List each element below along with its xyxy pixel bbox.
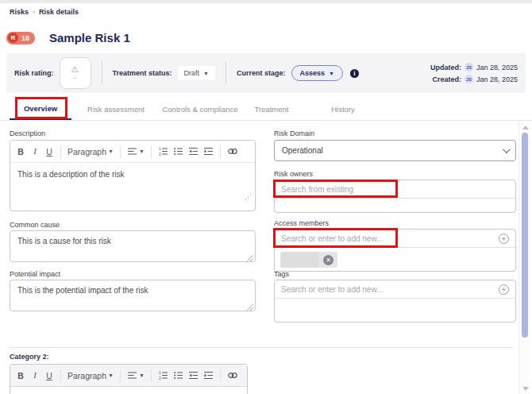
ordered-list-button[interactable]: 12 [156,368,171,384]
add-member-icon[interactable]: + [499,234,509,244]
risk-owners-search-input[interactable] [281,185,509,194]
risk-domain-value: Operational [282,146,323,155]
outdent-icon [188,370,199,380]
info-icon[interactable]: i [350,69,359,78]
tab-history[interactable]: History [303,98,383,120]
bold-glyph: B [17,147,24,156]
tags-search-input[interactable] [281,285,499,294]
toolbar-separator [120,145,121,158]
breadcrumb-risks-link[interactable]: Risks [10,8,29,16]
add-tag-icon[interactable]: + [499,284,509,295]
indent-icon [203,146,214,156]
divider [102,62,102,84]
access-member-chip: ✕ [280,252,337,268]
chevron-down-icon [503,145,511,153]
risk-rating-box[interactable]: ⚠︎ - [60,57,91,89]
align-left-button[interactable]: ▼ [125,368,147,384]
created-date: Jan 28, 2025 [476,75,518,83]
tags-widget: + [274,280,516,323]
underline-button[interactable]: U [42,144,56,160]
paragraph-glyph: Paragraph [67,371,106,380]
indent-button[interactable] [201,368,216,384]
tab-controls-compliance[interactable]: Controls & compliance [160,98,240,120]
risk-details-page: Risks › Risk details R 18 Sample Risk 1 … [0,0,532,394]
description-editor-content[interactable]: This is a description of the risk ⋰ [10,163,255,203]
scroll-down-icon[interactable] [522,387,529,391]
scrollbar-thumb[interactable] [522,133,528,338]
category-2-editor: BIUParagraph▼▼12 [10,364,248,394]
risk-domain-label: Risk Domain [274,129,314,137]
treatment-status-dropdown[interactable]: Draft ▼ [178,66,215,80]
resize-handle-icon[interactable]: ⋰ [245,193,252,201]
chevron-down-icon: ▼ [139,373,145,378]
tab-overview[interactable]: Overview [10,98,71,120]
avatar: JS [465,63,473,71]
toolbar-separator [151,369,152,382]
access-members-input-row: + [275,230,515,248]
indent-button[interactable] [201,144,216,160]
unordered-list-button[interactable] [171,368,186,384]
risk-owners-input-row [275,180,515,199]
unordered-list-icon [173,370,183,380]
align-left-icon [127,146,137,156]
link-icon [227,370,238,380]
warning-triangle-icon: ⚠︎ [71,64,79,74]
vertical-scrollbar[interactable] [519,122,530,394]
bold-button[interactable]: B [13,368,28,384]
bold-button[interactable]: B [13,144,28,160]
remove-member-icon[interactable]: ✕ [323,255,333,265]
description-label: Description [10,129,45,137]
member-name-redacted [280,252,318,268]
ordered-list-icon: 12 [158,146,168,156]
paragraph-dropdown[interactable]: Paragraph▼ [65,144,116,160]
align-left-button[interactable]: ▼ [125,144,147,160]
tags-label: Tags [274,270,289,278]
outdent-icon [188,146,199,156]
breadcrumb-risk-details: Risk details [39,8,79,16]
common-cause-input[interactable]: This is a cause for this risk [10,230,256,262]
risk-owners-widget [274,180,516,213]
unordered-list-button[interactable] [171,144,186,160]
current-stage-label: Current stage: [237,69,286,77]
indent-icon [203,370,214,380]
tab-risk-assessment[interactable]: Risk assessment [71,98,160,120]
outdent-button[interactable] [186,368,201,384]
risk-score-badge: R 18 [6,32,35,44]
align-left-icon [127,370,137,380]
updated-label: Updated: [430,64,461,71]
chevron-down-icon: ▼ [108,373,114,378]
outdent-button[interactable] [186,144,201,160]
access-members-chip-row: ✕ [275,248,515,272]
breadcrumb-separator-icon: › [33,8,35,16]
bold-glyph: B [17,371,24,380]
potential-impact-input[interactable]: This is the potential impact of the risk [10,280,256,311]
link-button[interactable] [225,368,241,384]
italic-button[interactable]: I [28,368,42,384]
scroll-up-icon[interactable] [522,126,529,129]
risk-domain-select[interactable]: Operational [274,140,516,161]
svg-text:1: 1 [159,370,161,375]
access-members-search-input[interactable] [281,234,499,243]
risk-badge-score: 18 [21,34,29,42]
italic-glyph: I [33,147,37,156]
current-stage-dropdown[interactable]: Assess ▼ [291,65,343,81]
window-top-strip [0,0,532,3]
paragraph-dropdown[interactable]: Paragraph▼ [65,368,116,384]
link-button[interactable] [225,144,241,160]
potential-impact-field: This is the potential impact of the risk [10,280,256,315]
current-stage-value: Assess [300,69,326,77]
tab-treatment[interactable]: Treatment [240,98,303,120]
ordered-list-icon: 12 [158,370,168,380]
common-cause-field: This is a cause for this risk [10,230,256,265]
common-cause-label: Common cause [10,221,60,229]
italic-button[interactable]: I [28,144,42,160]
italic-glyph: I [33,371,37,380]
ordered-list-button[interactable]: 12 [156,144,171,160]
created-row: Created: JS Jan 28, 2025 [432,75,518,83]
updated-row: Updated: JS Jan 28, 2025 [430,63,518,71]
updated-date: Jan 28, 2025 [476,64,518,71]
svg-text:1: 1 [159,146,161,151]
divider [226,62,226,84]
underline-button[interactable]: U [42,368,56,384]
description-text: This is a description of the risk [17,170,125,179]
